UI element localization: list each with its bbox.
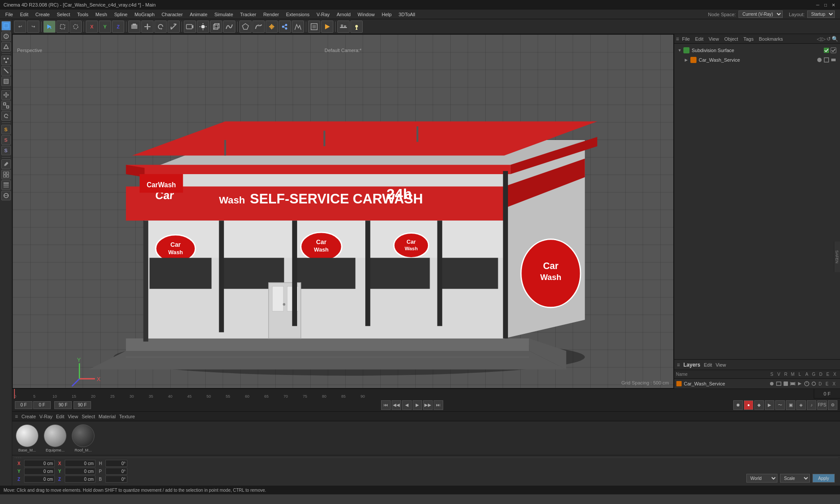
tool-grid[interactable] bbox=[1, 170, 11, 179]
menu-mesh[interactable]: Mesh bbox=[92, 11, 111, 18]
motion-clip-btn[interactable]: ▣ bbox=[786, 400, 795, 410]
axis-y-btn[interactable]: Y bbox=[99, 21, 111, 33]
mode-points[interactable] bbox=[1, 56, 11, 65]
layers-row-carwash[interactable]: Car_Wash_Service D E X bbox=[674, 379, 840, 388]
menu-arnold[interactable]: Arnold bbox=[333, 11, 354, 18]
coord-y2-input[interactable] bbox=[65, 468, 95, 475]
rp-menu-icon[interactable]: ≡ bbox=[676, 36, 679, 42]
menu-animate[interactable]: Animate bbox=[186, 11, 211, 18]
select-rect-btn[interactable] bbox=[56, 21, 69, 33]
mat-view-btn[interactable]: View bbox=[68, 414, 78, 419]
subdiv-check-green[interactable] bbox=[823, 47, 830, 53]
layer-ctrl-e[interactable]: E bbox=[825, 381, 831, 387]
select-circle-btn[interactable] bbox=[70, 21, 82, 33]
mat-menu-icon[interactable]: ≡ bbox=[15, 413, 18, 420]
mode-polygons[interactable] bbox=[1, 77, 11, 86]
key-btn[interactable]: ◆ bbox=[754, 400, 764, 410]
rp-icon-arrow-right[interactable]: ▷ bbox=[822, 36, 826, 42]
tool-rotate[interactable] bbox=[1, 111, 11, 121]
menu-create[interactable]: Create bbox=[32, 11, 53, 18]
fps-btn[interactable]: FPS bbox=[817, 400, 827, 410]
step-back-btn[interactable]: ◀◀ bbox=[392, 400, 401, 410]
step-fwd-btn[interactable]: ▶▶ bbox=[423, 400, 433, 410]
rp-edit-btn[interactable]: Edit bbox=[693, 36, 706, 42]
layer-ctrl-box[interactable] bbox=[783, 381, 789, 387]
coord-p-input[interactable] bbox=[105, 468, 127, 475]
mat-select-btn[interactable]: Select bbox=[82, 414, 95, 419]
effector-btn[interactable] bbox=[292, 21, 304, 33]
rp-tags-btn[interactable]: Tags bbox=[741, 36, 756, 42]
layer-ctrl-gear[interactable] bbox=[811, 381, 817, 387]
gen-btn[interactable] bbox=[266, 21, 278, 33]
coord-h-input[interactable] bbox=[105, 460, 127, 467]
obj-btn[interactable] bbox=[128, 21, 140, 33]
layer-ctrl-anim[interactable] bbox=[804, 381, 810, 387]
tool-s2[interactable]: S bbox=[1, 135, 11, 145]
tool-paint[interactable] bbox=[1, 159, 11, 169]
layers-menu-icon[interactable]: ≡ bbox=[677, 362, 680, 368]
cube-btn[interactable] bbox=[210, 21, 222, 33]
axis-x-btn[interactable]: X bbox=[86, 21, 98, 33]
layer-ctrl-d[interactable]: D bbox=[818, 381, 824, 387]
menu-help[interactable]: Help bbox=[378, 11, 395, 18]
cw-rect-icon[interactable] bbox=[823, 57, 830, 63]
frame-current-input[interactable] bbox=[33, 401, 51, 409]
tree-item-carwash[interactable]: ▶ Car_Wash_Service bbox=[676, 55, 838, 65]
rp-object-btn[interactable]: Object bbox=[722, 36, 740, 42]
layout-select[interactable]: Startup bbox=[807, 10, 835, 18]
auto-key-btn[interactable]: ● bbox=[744, 400, 753, 410]
record-btn[interactable]: ⏺ bbox=[733, 400, 743, 410]
render-region-btn[interactable] bbox=[308, 21, 320, 33]
menu-render[interactable]: Render bbox=[260, 11, 283, 18]
marker-btn[interactable]: ◈ bbox=[796, 400, 806, 410]
undo-btn[interactable]: ↩ bbox=[14, 21, 26, 33]
scale-btn[interactable] bbox=[168, 21, 180, 33]
menu-select[interactable]: Select bbox=[53, 11, 74, 18]
rp-icon-refresh[interactable]: ↺ bbox=[826, 36, 831, 42]
mode-rigging[interactable] bbox=[1, 42, 11, 52]
coord-x-input[interactable] bbox=[24, 460, 55, 467]
tool-s[interactable]: S bbox=[1, 125, 11, 134]
viewport[interactable]: ≡ View Cameras Display Options Filter Pa… bbox=[12, 34, 674, 388]
rp-icon-arrow-left[interactable]: ◁ bbox=[817, 36, 821, 42]
mograph-btn[interactable] bbox=[279, 21, 291, 33]
far-right-tab[interactable]: SAFEN bbox=[834, 242, 840, 272]
mode-model[interactable] bbox=[1, 21, 11, 31]
floor-btn[interactable] bbox=[337, 21, 350, 33]
tool-spline[interactable] bbox=[1, 191, 11, 200]
coord-z-input[interactable] bbox=[24, 476, 55, 483]
sound-btn[interactable]: ♪ bbox=[807, 400, 816, 410]
menu-window[interactable]: Window bbox=[354, 11, 378, 18]
menu-tools[interactable]: Tools bbox=[74, 11, 92, 18]
scale-select[interactable]: Scale bbox=[780, 474, 810, 483]
rp-icon-search[interactable]: 🔍 bbox=[832, 36, 838, 42]
spline-tool-btn[interactable] bbox=[223, 21, 235, 33]
menu-tracker[interactable]: Tracker bbox=[237, 11, 260, 18]
frame-start-input[interactable] bbox=[15, 401, 32, 409]
layer-ctrl-rect[interactable] bbox=[776, 381, 782, 387]
rp-view-btn[interactable]: View bbox=[707, 36, 721, 42]
frame-end-input[interactable] bbox=[54, 401, 72, 409]
layer-ctrl-film[interactable] bbox=[790, 381, 796, 387]
layer-ctrl-x[interactable]: X bbox=[832, 381, 838, 387]
mat-create-btn[interactable]: Create bbox=[21, 414, 36, 419]
menu-vray[interactable]: V-Ray bbox=[313, 11, 333, 18]
render-queue-btn[interactable]: ⚙ bbox=[828, 400, 837, 410]
coord-z2-input[interactable] bbox=[65, 476, 95, 483]
layers-view-btn[interactable]: View bbox=[716, 362, 726, 368]
menu-extensions[interactable]: Extensions bbox=[283, 11, 313, 18]
polygon-btn[interactable] bbox=[239, 21, 252, 33]
tool-scale[interactable] bbox=[1, 101, 11, 110]
menu-spline[interactable]: Spline bbox=[111, 11, 131, 18]
menu-3dtoall[interactable]: 3DToAll bbox=[395, 11, 419, 18]
goto-end-btn[interactable]: ⏭ bbox=[434, 400, 443, 410]
key-sel-btn[interactable]: ▶ bbox=[765, 400, 774, 410]
mat-texture-btn[interactable]: Texture bbox=[119, 414, 135, 419]
tool-layer[interactable] bbox=[1, 180, 11, 190]
rp-file-btn[interactable]: File bbox=[680, 36, 692, 42]
move-btn[interactable] bbox=[141, 21, 154, 33]
tool-move[interactable] bbox=[1, 90, 11, 100]
close-btn[interactable]: ✕ bbox=[830, 2, 836, 8]
redo-btn[interactable]: ↪ bbox=[27, 21, 39, 33]
light-btn[interactable] bbox=[197, 21, 209, 33]
